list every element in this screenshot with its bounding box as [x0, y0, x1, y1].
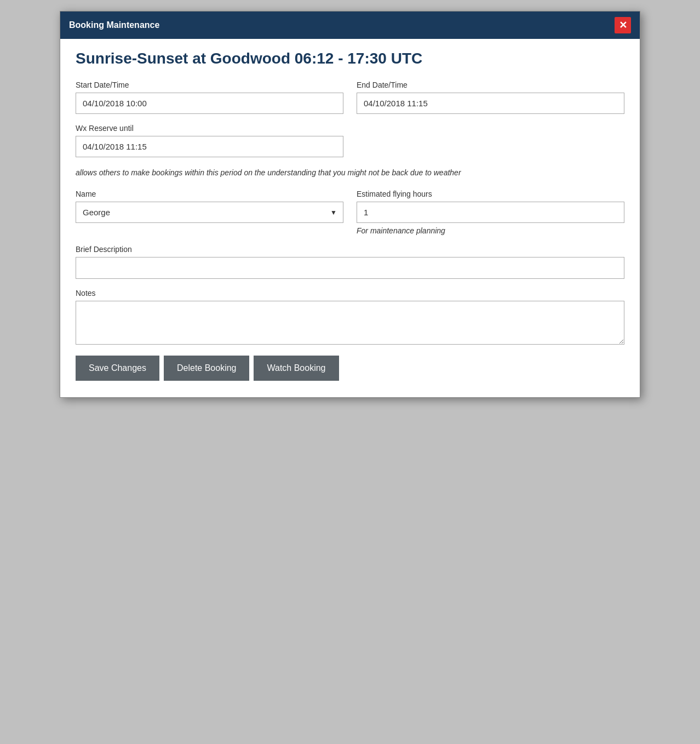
start-datetime-group: Start Date/Time: [76, 81, 343, 114]
name-label: Name: [76, 190, 343, 198]
page-heading: Sunrise-Sunset at Goodwood 06:12 - 17:30…: [76, 50, 624, 67]
est-flying-hours-group: Estimated flying hours For maintenance p…: [357, 190, 624, 235]
brief-desc-input[interactable]: [76, 257, 624, 279]
wx-reserve-row: Wx Reserve until: [76, 124, 624, 157]
wx-reserve-note: allows others to make bookings within th…: [76, 167, 624, 179]
modal-header: Booking Maintenance ✕: [60, 12, 640, 39]
start-datetime-label: Start Date/Time: [76, 81, 343, 89]
modal-body: Sunrise-Sunset at Goodwood 06:12 - 17:30…: [60, 39, 640, 397]
delete-booking-button[interactable]: Delete Booking: [164, 356, 250, 381]
modal-title: Booking Maintenance: [69, 20, 159, 30]
button-row: Save Changes Delete Booking Watch Bookin…: [76, 356, 624, 381]
brief-desc-label: Brief Description: [76, 245, 624, 254]
start-datetime-input[interactable]: [76, 93, 343, 114]
brief-desc-group: Brief Description: [76, 245, 624, 279]
maintenance-note: For maintenance planning: [357, 226, 624, 235]
wx-reserve-group: Wx Reserve until: [76, 124, 343, 157]
est-flying-hours-input[interactable]: [357, 202, 624, 223]
notes-group: Notes: [76, 289, 624, 345]
name-group: Name George Other ▼: [76, 190, 343, 235]
wx-reserve-label: Wx Reserve until: [76, 124, 343, 133]
datetime-row: Start Date/Time End Date/Time: [76, 81, 624, 114]
brief-desc-section: Brief Description: [76, 245, 624, 279]
notes-textarea[interactable]: [76, 301, 624, 345]
est-flying-hours-label: Estimated flying hours: [357, 190, 624, 198]
close-button[interactable]: ✕: [615, 17, 631, 33]
notes-section: Notes: [76, 289, 624, 345]
name-select[interactable]: George Other: [76, 202, 343, 223]
modal-window: Booking Maintenance ✕ Sunrise-Sunset at …: [60, 11, 640, 398]
name-hours-row: Name George Other ▼ Estimated flying hou…: [76, 190, 624, 235]
wx-reserve-input[interactable]: [76, 136, 343, 157]
name-select-wrapper: George Other ▼: [76, 202, 343, 223]
notes-label: Notes: [76, 289, 624, 297]
save-changes-button[interactable]: Save Changes: [76, 356, 159, 381]
end-datetime-label: End Date/Time: [357, 81, 624, 89]
wx-reserve-placeholder: [357, 124, 624, 157]
watch-booking-button[interactable]: Watch Booking: [254, 356, 338, 381]
end-datetime-input[interactable]: [357, 93, 624, 114]
end-datetime-group: End Date/Time: [357, 81, 624, 114]
